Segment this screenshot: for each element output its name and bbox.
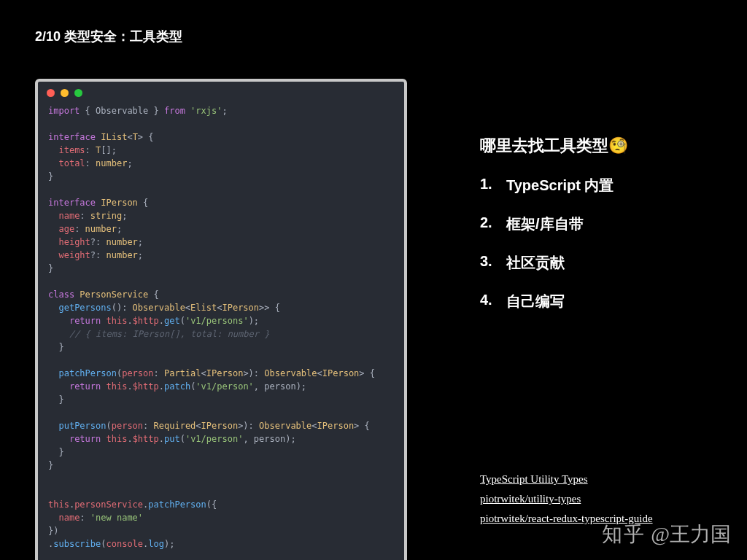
source-list: 1.TypeScript 内置2.框架/库自带3.社区贡献4.自己编写 [480, 176, 728, 311]
watermark: 知乎 @王力国 [602, 521, 731, 548]
traffic-lights [38, 82, 404, 101]
reference-link[interactable]: piotrwitek/utility-types [480, 493, 581, 505]
author-handle: @王力国 [651, 523, 731, 545]
maximize-icon [74, 89, 82, 97]
code-window: import { Observable } from 'rxjs'; inter… [35, 79, 407, 560]
section-heading: 哪里去找工具类型🧐 [480, 135, 728, 157]
slide-header: 2/10 类型安全：工具类型 [35, 28, 182, 45]
code-block: import { Observable } from 'rxjs'; inter… [38, 101, 404, 560]
list-item: 3.社区贡献 [480, 253, 728, 273]
reference-link[interactable]: TypeScript Utility Types [480, 473, 588, 485]
list-item: 1.TypeScript 内置 [480, 176, 728, 195]
minimize-icon [61, 89, 69, 97]
references: TypeScript Utility Typespiotrwitek/utili… [480, 470, 653, 529]
list-item: 2.框架/库自带 [480, 214, 728, 234]
close-icon [47, 89, 55, 97]
list-item: 4.自己编写 [480, 292, 728, 311]
right-content: 哪里去找工具类型🧐 1.TypeScript 内置2.框架/库自带3.社区贡献4… [480, 135, 728, 330]
zhihu-logo: 知乎 [602, 523, 646, 545]
